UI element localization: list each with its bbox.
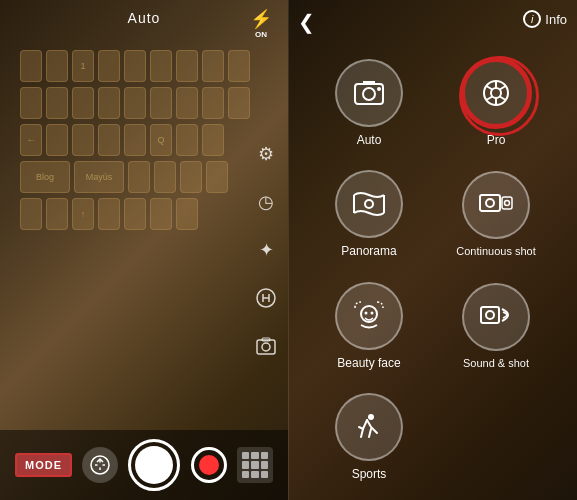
key: Q <box>150 124 172 156</box>
photo-svg <box>255 335 277 357</box>
svg-point-23 <box>371 311 374 314</box>
sound-shot-icon <box>478 299 514 335</box>
key <box>72 124 94 156</box>
key <box>20 87 42 119</box>
svg-rect-24 <box>481 307 499 323</box>
key <box>124 198 146 230</box>
key <box>150 198 172 230</box>
flash-icon: ⚡ <box>250 8 272 30</box>
capture-button[interactable] <box>128 439 180 491</box>
keyboard-background: 1 ← Q <box>20 50 280 430</box>
hdr-icon[interactable] <box>252 284 280 312</box>
continuous-label: Continuous shot <box>456 245 536 257</box>
grid-button[interactable] <box>237 447 273 483</box>
grid-cell <box>261 461 268 468</box>
mode-item-panorama[interactable]: Panorama <box>308 161 430 267</box>
settings-icon[interactable]: ⚙ <box>252 140 280 168</box>
svg-point-9 <box>491 88 501 98</box>
svg-point-8 <box>484 81 508 105</box>
svg-rect-17 <box>480 195 500 211</box>
key: ← <box>20 124 42 156</box>
flash-indicator[interactable]: ⚡ ON <box>250 8 272 39</box>
auto-camera-icon <box>351 75 387 111</box>
key <box>228 50 250 82</box>
key <box>202 87 224 119</box>
mode-circle-sports <box>335 393 403 461</box>
svg-rect-19 <box>502 197 512 209</box>
info-label: Info <box>545 12 567 27</box>
svg-line-15 <box>500 86 506 90</box>
key <box>202 124 224 156</box>
effects-icon[interactable]: ✦ <box>252 236 280 264</box>
mode-grid: Auto Pro <box>288 40 577 500</box>
camera-flip-button[interactable] <box>82 447 118 483</box>
mode-selection-panel: ❮ i Info Auto <box>288 0 577 500</box>
beauty-label: Beauty face <box>337 356 400 370</box>
pro-label: Pro <box>487 133 506 147</box>
key <box>124 87 146 119</box>
mode-button[interactable]: MODE <box>15 453 72 477</box>
svg-point-6 <box>363 88 375 100</box>
key <box>128 161 150 193</box>
key <box>154 161 176 193</box>
photo-icon[interactable] <box>252 332 280 360</box>
key <box>98 50 120 82</box>
grid-cell <box>242 461 249 468</box>
key: Blog <box>20 161 70 193</box>
key <box>124 50 146 82</box>
svg-line-13 <box>500 97 506 101</box>
hdr-svg <box>255 287 277 309</box>
pro-selection-border <box>459 56 539 136</box>
flash-on-label: ON <box>255 30 267 39</box>
record-button[interactable] <box>191 447 227 483</box>
mode-item-sound[interactable]: Sound & shot <box>435 273 557 379</box>
key <box>176 198 198 230</box>
grid-cell <box>242 452 249 459</box>
sports-label: Sports <box>352 467 387 481</box>
key <box>124 124 146 156</box>
key: 1 <box>72 50 94 82</box>
key <box>46 198 68 230</box>
key <box>98 198 120 230</box>
continuous-shot-icon <box>478 187 514 223</box>
svg-point-2 <box>262 343 270 351</box>
svg-point-16 <box>365 200 373 208</box>
mode-item-continuous[interactable]: Continuous shot <box>435 161 557 267</box>
record-dot <box>199 455 219 475</box>
grid-cell <box>251 452 258 459</box>
panorama-label: Panorama <box>341 244 396 258</box>
mode-circle-sound <box>462 283 530 351</box>
panel-divider <box>288 0 289 500</box>
svg-point-25 <box>486 311 494 319</box>
pro-aperture-icon <box>478 75 514 111</box>
mode-circle-pro <box>462 59 530 127</box>
grid-cell <box>251 461 258 468</box>
timer-icon[interactable]: ◷ <box>252 188 280 216</box>
mode-circle-beauty <box>335 282 403 350</box>
camera-viewfinder: 1 ← Q <box>0 0 288 500</box>
key <box>150 50 172 82</box>
mode-item-beauty[interactable]: Beauty face <box>308 273 430 379</box>
svg-point-18 <box>486 199 494 207</box>
grid-cell <box>242 471 249 478</box>
key <box>72 87 94 119</box>
mode-item-sports[interactable]: Sports <box>308 384 430 490</box>
mode-item-pro[interactable]: Pro <box>435 50 557 156</box>
capture-inner <box>135 446 173 484</box>
back-button[interactable]: ❮ <box>298 10 315 34</box>
info-button[interactable]: i Info <box>523 10 567 28</box>
key <box>180 161 202 193</box>
grid-cell <box>261 471 268 478</box>
grid-cell <box>261 452 268 459</box>
key <box>20 198 42 230</box>
flip-camera-icon <box>88 453 112 477</box>
sports-icon <box>351 409 387 445</box>
svg-point-26 <box>368 414 374 420</box>
mode-item-auto[interactable]: Auto <box>308 50 430 156</box>
side-controls: ⚙ ◷ ✦ <box>252 140 280 360</box>
auto-label: Auto <box>357 133 382 147</box>
info-icon: i <box>523 10 541 28</box>
key: ↑ <box>72 198 94 230</box>
auto-label: Auto <box>128 10 161 26</box>
svg-point-20 <box>505 201 510 206</box>
